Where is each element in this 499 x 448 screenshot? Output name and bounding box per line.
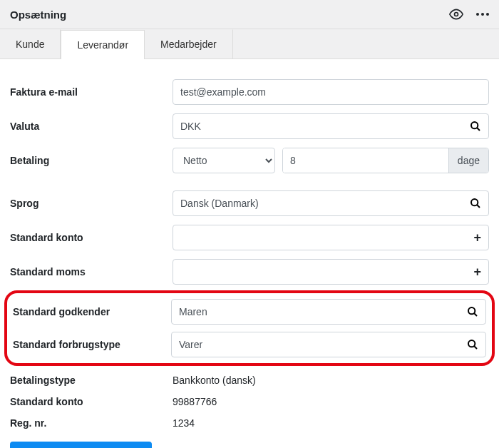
label-default-account: Standard konto	[10, 232, 173, 243]
label-reg-no: Reg. nr.	[10, 417, 173, 429]
svg-point-7	[468, 340, 475, 347]
plus-icon: +	[473, 265, 481, 280]
svg-line-4	[477, 205, 480, 208]
value-reg-no: 1234	[173, 417, 195, 429]
value-default-account-static: 99887766	[173, 396, 217, 407]
search-icon	[467, 339, 478, 350]
lookup-language[interactable]: Dansk (Danmark)	[173, 190, 489, 216]
edit-payment-info-button[interactable]: Ret betalingsoplysninger	[10, 442, 152, 448]
lookup-default-approver-value: Maren	[179, 306, 207, 317]
lookup-currency[interactable]: DKK	[173, 113, 489, 139]
svg-line-2	[477, 128, 480, 131]
row-default-vat: Standard moms +	[10, 259, 489, 285]
lookup-default-account[interactable]: +	[173, 225, 489, 250]
input-invoice-email[interactable]	[173, 79, 489, 105]
lookup-default-approver[interactable]: Maren	[171, 299, 486, 325]
value-payment-type: Bankkonto (dansk)	[173, 375, 256, 386]
label-default-vat: Standard moms	[10, 266, 173, 278]
row-currency: Valuta DKK	[10, 113, 489, 139]
search-icon	[470, 198, 481, 209]
label-default-approver: Standard godkender	[13, 306, 171, 317]
more-icon[interactable]	[476, 13, 489, 16]
header-actions	[449, 7, 489, 21]
input-payment-days-group: dage	[282, 148, 489, 173]
label-currency: Valuta	[10, 121, 173, 132]
label-default-account-static: Standard konto	[10, 396, 173, 407]
row-default-account-static: Standard konto 99887766	[10, 396, 489, 407]
row-reg-no: Reg. nr. 1234	[10, 417, 489, 429]
tab-kunde[interactable]: Kunde	[0, 29, 61, 58]
highlight-box: Standard godkender Maren Standard forbru…	[4, 290, 495, 366]
label-invoice-email: Faktura e-mail	[10, 86, 173, 98]
plus-icon: +	[473, 230, 481, 245]
svg-point-0	[455, 13, 458, 16]
lookup-default-vat[interactable]: +	[173, 259, 489, 285]
label-default-consumption-type: Standard forbrugstype	[13, 339, 171, 350]
eye-icon[interactable]	[449, 7, 463, 21]
lookup-default-consumption-type[interactable]: Varer	[171, 332, 486, 357]
label-payment-type: Betalingstype	[10, 375, 173, 386]
row-default-approver: Standard godkender Maren	[13, 299, 486, 325]
input-payment-days[interactable]	[283, 148, 448, 173]
row-invoice-email: Faktura e-mail	[10, 79, 489, 105]
row-payment-type: Betalingstype Bankkonto (dansk)	[10, 375, 489, 386]
row-default-account: Standard konto +	[10, 225, 489, 250]
label-payment: Betaling	[10, 155, 173, 166]
tabs: Kunde Leverandør Medarbejder	[0, 29, 499, 59]
form-content: Faktura e-mail Valuta DKK Betaling Netto…	[0, 59, 499, 448]
tab-leverandor[interactable]: Leverandør	[61, 30, 145, 59]
label-language: Sprog	[10, 198, 173, 209]
search-icon	[470, 121, 481, 132]
search-icon	[467, 306, 478, 317]
page-header: Opsætning	[0, 0, 499, 29]
lookup-currency-value: DKK	[180, 121, 201, 132]
lookup-language-value: Dansk (Danmark)	[180, 198, 259, 209]
svg-point-1	[471, 122, 478, 128]
page-title: Opsætning	[10, 9, 66, 21]
svg-point-5	[468, 307, 475, 314]
lookup-default-consumption-type-value: Varer	[179, 339, 202, 350]
row-language: Sprog Dansk (Danmark)	[10, 190, 489, 216]
svg-point-3	[471, 199, 478, 205]
row-default-consumption-type: Standard forbrugstype Varer	[13, 332, 486, 357]
tab-medarbejder[interactable]: Medarbejder	[145, 29, 233, 58]
select-payment-terms[interactable]: Netto	[173, 148, 275, 173]
row-payment: Betaling Netto dage	[10, 148, 489, 173]
svg-line-6	[474, 313, 477, 316]
suffix-days: dage	[448, 148, 488, 173]
svg-line-8	[474, 346, 477, 349]
